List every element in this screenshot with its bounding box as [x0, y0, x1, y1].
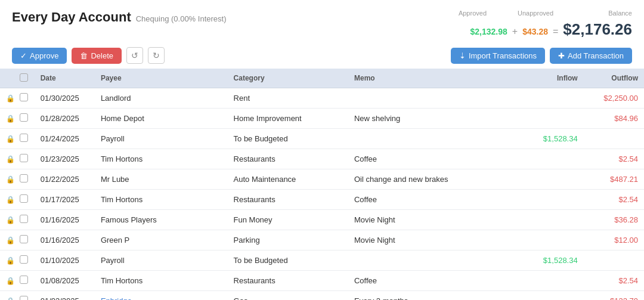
equals-operator: = [553, 26, 558, 37]
row-category: Home Improvement [228, 109, 348, 129]
add-transaction-button[interactable]: ✚ Add Transaction [550, 48, 632, 64]
row-inflow [517, 88, 583, 109]
row-checkbox-cell [17, 230, 34, 250]
row-outflow [584, 129, 644, 149]
table-row[interactable]: 🔒01/10/2025PayrollTo be Budgeted$1,528.3… [0, 250, 644, 271]
lock-icon: 🔒 [6, 155, 15, 163]
row-checkbox[interactable] [20, 113, 28, 122]
inflow-value: $1,528.34 [543, 134, 578, 143]
row-checkbox[interactable] [20, 134, 28, 142]
redo-button[interactable]: ↻ [148, 47, 165, 64]
outflow-value: $2.54 [618, 195, 638, 204]
row-date: 01/22/2025 [35, 169, 95, 190]
row-lock: 🔒 [0, 149, 17, 169]
row-lock: 🔒 [0, 129, 17, 149]
row-checkbox[interactable] [20, 93, 28, 101]
col-header-category: Category [228, 69, 348, 88]
approve-icon: ✓ [20, 51, 27, 60]
table-row[interactable]: 🔒01/23/2025Tim HortonsRestaurantsCoffee$… [0, 149, 644, 169]
row-memo: Movie Night [348, 230, 517, 250]
lock-icon: 🔒 [6, 236, 15, 245]
row-outflow: $36.28 [584, 210, 644, 230]
delete-button[interactable]: 🗑 Delete [72, 48, 122, 64]
table-row[interactable]: 🔒01/22/2025Mr LubeAuto MaintenanceOil ch… [0, 169, 644, 190]
row-checkbox[interactable] [20, 174, 28, 183]
row-checkbox-cell [17, 129, 34, 149]
lock-icon: 🔒 [6, 216, 15, 224]
add-label: Add Transaction [568, 51, 624, 60]
row-inflow [517, 271, 583, 291]
table-row[interactable]: 🔒01/16/2025Green PParkingMovie Night$12.… [0, 230, 644, 250]
table-row[interactable]: 🔒01/03/2025EnbridgeGasEvery 2 months$132… [0, 291, 644, 301]
row-outflow: $2.54 [584, 190, 644, 210]
lock-icon: 🔒 [6, 175, 15, 184]
lock-icon: 🔒 [6, 94, 15, 103]
row-memo: New shelving [348, 109, 517, 129]
row-checkbox-cell [17, 190, 34, 210]
row-payee: Green P [95, 230, 228, 250]
row-category: Rent [228, 88, 348, 109]
row-outflow: $2.54 [584, 149, 644, 169]
row-category: Auto Maintenance [228, 169, 348, 190]
outflow-value: $12.00 [614, 236, 638, 245]
row-checkbox[interactable] [20, 255, 28, 264]
toolbar: ✓ Approve 🗑 Delete ↺ ↻ ⇣ Import Transact… [0, 44, 644, 69]
row-checkbox-cell [17, 109, 34, 129]
row-outflow: $2.54 [584, 271, 644, 291]
balance-labels: Approved Unapproved Balance [439, 10, 632, 17]
row-outflow: $487.21 [584, 169, 644, 190]
row-inflow [517, 291, 583, 301]
balance-values: $2,132.98 + $43.28 = $2,176.26 [470, 20, 632, 39]
lock-icon: 🔒 [6, 277, 15, 285]
row-checkbox[interactable] [20, 215, 28, 223]
approve-button[interactable]: ✓ Approve [12, 48, 67, 64]
table-row[interactable]: 🔒01/17/2025Tim HortonsRestaurantsCoffee$… [0, 190, 644, 210]
row-payee[interactable]: Enbridge [95, 291, 228, 301]
table-row[interactable]: 🔒01/30/2025LandlordRent$2,250.00 [0, 88, 644, 109]
row-payee: Payroll [95, 250, 228, 271]
lock-icon: 🔒 [6, 256, 15, 265]
table-row[interactable]: 🔒01/08/2025Tim HortonsRestaurantsCoffee$… [0, 271, 644, 291]
row-date: 01/28/2025 [35, 109, 95, 129]
col-header-inflow: Inflow [517, 69, 583, 88]
row-lock: 🔒 [0, 230, 17, 250]
row-checkbox[interactable] [20, 276, 28, 284]
row-checkbox[interactable] [20, 296, 28, 300]
import-transactions-button[interactable]: ⇣ Import Transactions [451, 48, 545, 64]
row-checkbox[interactable] [20, 235, 28, 243]
row-payee: Payroll [95, 129, 228, 149]
import-label: Import Transactions [469, 51, 537, 60]
row-checkbox-cell [17, 210, 34, 230]
select-all-checkbox[interactable] [20, 73, 28, 82]
balance-total: $2,176.26 [563, 20, 632, 39]
row-inflow [517, 149, 583, 169]
label-balance: Balance [572, 10, 632, 17]
row-checkbox-cell [17, 291, 34, 301]
row-lock: 🔒 [0, 250, 17, 271]
row-checkbox[interactable] [20, 154, 28, 162]
row-checkbox[interactable] [20, 194, 28, 203]
row-inflow: $1,528.34 [517, 129, 583, 149]
outflow-value: $2.54 [618, 154, 638, 163]
row-lock: 🔒 [0, 271, 17, 291]
undo-button[interactable]: ↺ [126, 47, 143, 64]
col-header-outflow: Outflow [584, 69, 644, 88]
delete-icon: 🗑 [80, 51, 88, 60]
label-approved: Approved [439, 10, 487, 17]
row-date: 01/17/2025 [35, 190, 95, 210]
unapproved-amount: $43.28 [522, 27, 548, 36]
payee-link[interactable]: Enbridge [101, 296, 132, 300]
row-payee: Landlord [95, 88, 228, 109]
approve-label: Approve [30, 51, 58, 60]
table-row[interactable]: 🔒01/28/2025Home DepotHome ImprovementNew… [0, 109, 644, 129]
row-memo: Oil change and new brakes [348, 169, 517, 190]
col-header-memo: Memo [348, 69, 517, 88]
row-date: 01/23/2025 [35, 149, 95, 169]
row-category: To be Budgeted [228, 250, 348, 271]
row-payee: Home Depot [95, 109, 228, 129]
row-lock: 🔒 [0, 210, 17, 230]
import-icon: ⇣ [459, 51, 466, 60]
lock-icon: 🔒 [6, 115, 15, 123]
table-row[interactable]: 🔒01/24/2025PayrollTo be Budgeted$1,528.3… [0, 129, 644, 149]
table-row[interactable]: 🔒01/16/2025Famous PlayersFun MoneyMovie … [0, 210, 644, 230]
